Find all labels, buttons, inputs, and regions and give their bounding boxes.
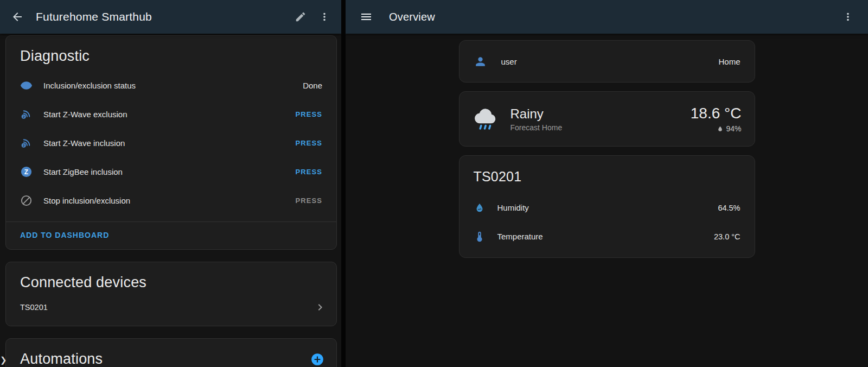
inclusion-status-row: Inclusion/exclusion status Done [6, 71, 336, 100]
weather-humidity: 94% [717, 124, 741, 133]
left-overflow-menu-icon[interactable] [318, 11, 330, 23]
eye-icon [20, 79, 33, 92]
device-row-ts0201[interactable]: TS0201 [6, 294, 336, 326]
edit-pencil-icon[interactable] [295, 11, 307, 23]
row-value: 23.0 °C [714, 232, 741, 241]
weather-card[interactable]: Rainy Forecast Home 18.6 °C 94% [459, 91, 755, 147]
stop-inclusion-row: Stop inclusion/exclusion PRESS [6, 186, 336, 215]
thermometer-icon [474, 231, 486, 243]
sensor-card-title: TS0201 [459, 156, 755, 193]
diagnostic-card: Diagnostic Inclusion/exclusion status Do… [5, 35, 337, 250]
add-to-dashboard-button[interactable]: ADD TO DASHBOARD [20, 231, 109, 239]
svg-text:Z: Z [24, 168, 28, 176]
back-arrow-icon[interactable] [11, 10, 24, 23]
right-overflow-menu-icon[interactable] [842, 11, 854, 23]
window-gap [341, 0, 346, 367]
automations-title: Automations [20, 351, 103, 367]
person-icon [474, 55, 487, 68]
person-name: user [501, 57, 705, 66]
cancel-icon [20, 194, 33, 207]
chevron-right-icon [314, 301, 327, 314]
weather-main: Rainy Forecast Home [510, 106, 680, 132]
row-label: Start Z-Wave exclusion [43, 110, 284, 119]
device-name: TS0201 [20, 303, 314, 312]
humidity-row[interactable]: Humidity 64.5% [459, 193, 755, 222]
right-appbar-title: Overview [389, 11, 435, 23]
hamburger-menu-icon[interactable] [360, 10, 373, 23]
zigbee-inclusion-row: Z Start ZigBee inclusion PRESS [6, 157, 336, 186]
sensor-card: TS0201 Humidity 64.5% Temperature 2 [459, 155, 755, 258]
press-button[interactable]: PRESS [295, 168, 322, 176]
press-button-disabled: PRESS [295, 197, 322, 205]
row-label: Inclusion/exclusion status [43, 81, 292, 90]
row-label: Temperature [497, 232, 702, 241]
overview-content: user Home [346, 34, 868, 258]
row-label: Start ZigBee inclusion [43, 167, 284, 176]
zwave-inclusion-row: 2 Start Z-Wave inclusion PRESS [6, 129, 336, 157]
right-appbar: Overview [346, 0, 868, 34]
connected-devices-card: Connected devices TS0201 [5, 262, 337, 326]
water-drop-icon [474, 202, 486, 214]
temperature-row[interactable]: Temperature 23.0 °C [459, 222, 755, 251]
futurehome-app-window: Futurehome Smarthub Diagnostic Inclusion… [0, 0, 341, 367]
connected-devices-title: Connected devices [6, 262, 336, 294]
z-wave-icon: 2 [20, 108, 33, 121]
weather-pouring-icon [473, 105, 500, 132]
press-button[interactable]: PRESS [295, 110, 322, 118]
weather-humidity-value: 94% [726, 124, 741, 133]
svg-text:2: 2 [23, 143, 25, 147]
press-button[interactable]: PRESS [295, 139, 322, 147]
automations-card: Automations [5, 338, 337, 367]
left-scroll-area: Diagnostic Inclusion/exclusion status Do… [0, 34, 341, 367]
row-label: Start Z-Wave inclusion [43, 138, 284, 148]
weather-temperature: 18.6 °C [691, 105, 742, 122]
person-state: Home [718, 57, 740, 66]
add-automation-icon[interactable] [310, 352, 324, 366]
svg-text:2: 2 [23, 115, 25, 118]
overview-app-window: Overview user Home [346, 0, 868, 367]
row-label: Humidity [497, 203, 706, 212]
zigbee-icon: Z [20, 166, 33, 178]
left-appbar-title: Futurehome Smarthub [36, 10, 295, 23]
weather-right: 18.6 °C 94% [691, 105, 742, 133]
screen: Futurehome Smarthub Diagnostic Inclusion… [0, 0, 868, 367]
weather-condition: Rainy [510, 106, 680, 122]
corner-chevron-icon: ❯ [0, 355, 7, 365]
diagnostic-card-title: Diagnostic [6, 36, 336, 71]
row-value: 64.5% [718, 204, 740, 212]
person-card[interactable]: user Home [459, 40, 755, 83]
diagnostic-card-footer: ADD TO DASHBOARD [6, 222, 336, 249]
row-value: Done [303, 81, 322, 90]
water-drop-icon [717, 125, 724, 132]
zwave-exclusion-row: 2 Start Z-Wave exclusion PRESS [6, 100, 336, 129]
weather-subtitle: Forecast Home [510, 123, 680, 132]
left-appbar: Futurehome Smarthub [0, 0, 341, 34]
row-label: Stop inclusion/exclusion [43, 196, 284, 205]
automations-card-header: Automations [6, 339, 336, 367]
z-wave-icon: 2 [20, 137, 33, 149]
